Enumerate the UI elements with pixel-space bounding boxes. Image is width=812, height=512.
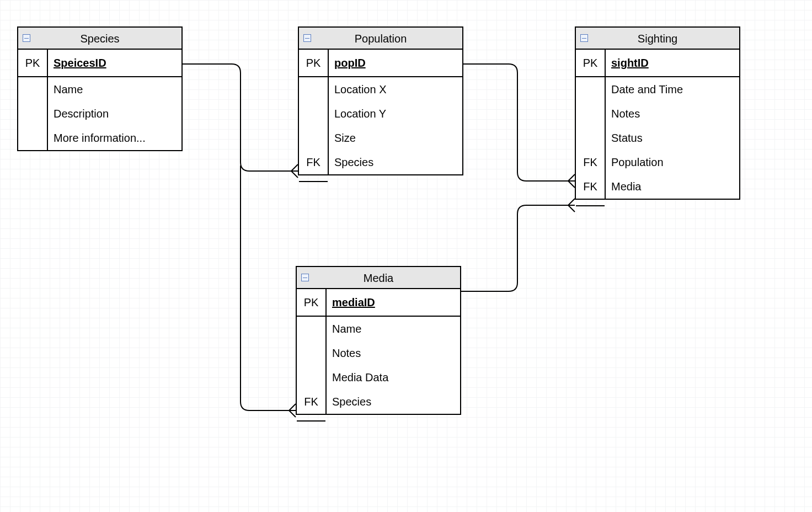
collapse-icon[interactable] [301, 274, 309, 281]
pk-label: PK [25, 57, 40, 70]
er-diagram-canvas: Species PK SpeicesID Name Description Mo… [0, 0, 812, 512]
attribute: Location X [329, 77, 462, 102]
key-cell [297, 365, 325, 390]
entity-header: Population [299, 28, 462, 50]
attribute: More information... [48, 126, 181, 150]
key-cell [297, 317, 325, 341]
entity-title: Species [80, 33, 119, 45]
attribute: Size [329, 126, 462, 150]
key-cell: FK [576, 150, 605, 174]
attribute-column: mediaID Name Notes Media Data Species [327, 289, 460, 414]
pk-label: PK [583, 57, 598, 70]
entity-species[interactable]: Species PK SpeicesID Name Description Mo… [17, 26, 183, 151]
entity-title: Population [355, 33, 407, 45]
key-cell [18, 102, 47, 126]
key-cell [299, 102, 328, 126]
key-column: PK FK [299, 50, 329, 174]
attribute: Population [606, 150, 739, 174]
pk-field: mediaID [332, 296, 375, 309]
attribute: Species [329, 150, 462, 174]
key-cell: FK [297, 390, 325, 414]
attribute: Name [327, 317, 460, 341]
key-cell [297, 341, 325, 365]
key-cell: FK [576, 174, 605, 199]
attribute-column: popID Location X Location Y Size Species [329, 50, 462, 174]
attribute: Description [48, 102, 181, 126]
entity-population[interactable]: Population PK FK popID Location X Locati… [298, 26, 463, 175]
pk-field: sightID [611, 57, 649, 70]
entity-body: PK FK FK sightID Date and Time Notes Sta… [576, 50, 739, 199]
entity-body: PK SpeicesID Name Description More infor… [18, 50, 181, 150]
entity-header: Media [297, 267, 460, 289]
key-cell [299, 126, 328, 150]
key-column: PK [18, 50, 48, 150]
entity-header: Species [18, 28, 181, 50]
collapse-icon[interactable] [303, 34, 311, 42]
pk-label: PK [304, 296, 319, 309]
key-cell [576, 126, 605, 150]
entity-title: Media [364, 272, 393, 284]
entity-header: Sighting [576, 28, 739, 50]
pk-field: popID [334, 57, 366, 70]
attribute-column: SpeicesID Name Description More informat… [48, 50, 181, 150]
key-cell [576, 102, 605, 126]
entity-title: Sighting [638, 33, 677, 45]
attribute: Name [48, 77, 181, 102]
attribute: Location Y [329, 102, 462, 126]
key-cell [18, 77, 47, 102]
pk-field: SpeicesID [54, 57, 106, 70]
key-cell [576, 77, 605, 102]
key-cell [299, 77, 328, 102]
key-cell [18, 126, 47, 150]
attribute: Media [606, 174, 739, 199]
pk-label: PK [306, 57, 321, 70]
entity-body: PK FK mediaID Name Notes Media Data Spec… [297, 289, 460, 414]
key-column: PK FK [297, 289, 327, 414]
key-column: PK FK FK [576, 50, 606, 199]
attribute-column: sightID Date and Time Notes Status Popul… [606, 50, 739, 199]
attribute: Notes [327, 341, 460, 365]
key-cell: FK [299, 150, 328, 174]
entity-media[interactable]: Media PK FK mediaID Name Notes Media Dat… [296, 266, 461, 415]
collapse-icon[interactable] [23, 34, 30, 42]
attribute: Media Data [327, 365, 460, 390]
attribute: Notes [606, 102, 739, 126]
attribute: Species [327, 390, 460, 414]
collapse-icon[interactable] [580, 34, 588, 42]
attribute: Status [606, 126, 739, 150]
entity-body: PK FK popID Location X Location Y Size S… [299, 50, 462, 174]
entity-sighting[interactable]: Sighting PK FK FK sightID Date and Time … [575, 26, 740, 200]
attribute: Date and Time [606, 77, 739, 102]
